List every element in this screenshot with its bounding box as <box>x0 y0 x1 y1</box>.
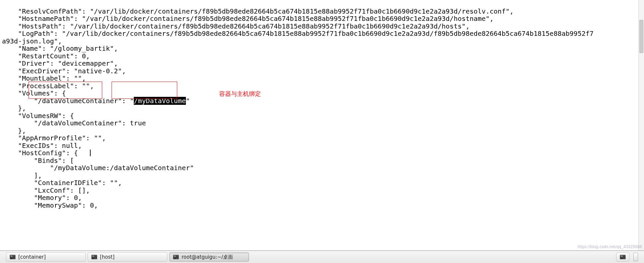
terminal-line: "HostnamePath": "/var/lib/docker/contain… <box>2 15 494 23</box>
annotation-box-volume-value <box>112 82 177 99</box>
terminal-icon <box>91 255 97 259</box>
taskbar-item-label: [container] <box>18 254 46 260</box>
annotation-box-volume-key <box>29 82 102 99</box>
volumes-tail-text: " <box>186 97 190 105</box>
text-cursor-icon <box>90 150 91 156</box>
annotation-label: 容器与主机绑定 <box>219 90 261 98</box>
terminal-line: }, <box>2 104 26 112</box>
terminal-window[interactable]: "ResolvConfPath": "/var/lib/docker/conta… <box>0 0 644 251</box>
terminal-line: "HostsPath": "/var/lib/docker/containers… <box>2 22 470 30</box>
terminal-line: "MountLabel": "", <box>2 74 86 82</box>
terminal-icon <box>620 255 626 259</box>
terminal-line: "LogPath": "/var/lib/docker/containers/f… <box>2 30 594 37</box>
taskbar-tray-terminal[interactable] <box>616 252 629 262</box>
terminal-line: ], <box>2 171 42 179</box>
terminal-line: "ContainerIDFile": "", <box>2 179 122 187</box>
taskbar: [container] [host] root@atguigu:~/桌面 <box>0 251 644 263</box>
scrollbar-thumb[interactable] <box>639 20 643 53</box>
terminal-line: "ExecIDs": null, <box>2 142 82 150</box>
terminal-line: "ResolvConfPath": "/var/lib/docker/conta… <box>2 7 514 15</box>
terminal-line: "Name": "/gloomy_bartik", <box>2 44 118 52</box>
terminal-line: "Driver": "devicemapper", <box>2 59 118 67</box>
terminal-line: "VolumesRW": { <box>2 112 74 120</box>
terminal-icon <box>173 255 179 259</box>
terminal-line: }, <box>2 127 26 135</box>
taskbar-item-label: root@atguigu:~/桌面 <box>182 254 233 260</box>
terminal-line: "MemorySwap": 0, <box>2 201 98 209</box>
taskbar-item-root-desktop[interactable]: root@atguigu:~/桌面 <box>169 252 249 262</box>
terminal-line: a93d-json.log", <box>2 37 62 45</box>
terminal-line: "RestartCount": 0, <box>2 52 90 60</box>
show-desktop-button[interactable] <box>633 253 638 261</box>
terminal-line: "Memory": 0, <box>2 194 82 202</box>
scrollbar[interactable] <box>638 0 644 251</box>
terminal-line: "Binds": [ <box>2 157 74 164</box>
taskbar-item-label: [host] <box>100 254 115 260</box>
terminal-line: "LxcConf": [], <box>2 186 90 194</box>
watermark-text: https://blog.csdn.net/qq_43325088 <box>578 244 642 249</box>
hostconfig-text: "HostConfig": { <box>2 149 90 157</box>
terminal-output: "ResolvConfPath": "/var/lib/docker/conta… <box>0 0 644 209</box>
taskbar-item-container[interactable]: [container] <box>6 252 86 262</box>
terminal-line: "/myDataVolume:/dataVolumeContainer" <box>2 164 194 172</box>
terminal-icon <box>10 255 16 259</box>
terminal-line: "/dataVolumeContainer": true <box>2 119 146 127</box>
terminal-line: "HostConfig": { <box>2 149 91 157</box>
taskbar-item-host[interactable]: [host] <box>88 252 167 262</box>
terminal-line: "AppArmorProfile": "", <box>2 134 106 142</box>
terminal-line: "ExecDriver": "native-0.2", <box>2 67 126 75</box>
